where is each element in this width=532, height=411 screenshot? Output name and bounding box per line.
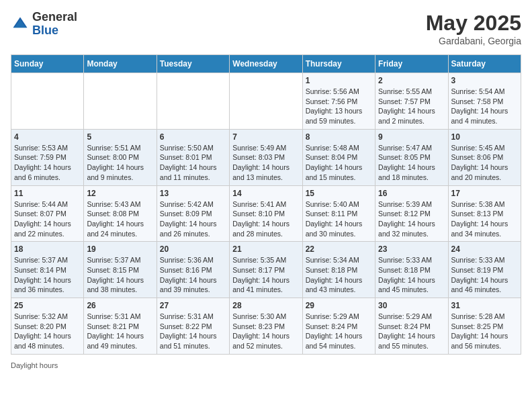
footer: Daylight hours: [11, 361, 521, 369]
day-of-week-header: Thursday: [302, 55, 375, 73]
day-info: Sunrise: 5:29 AMSunset: 8:24 PMDaylight:…: [378, 312, 445, 351]
calendar-day-cell: [84, 73, 157, 130]
calendar-day-cell: 15Sunrise: 5:40 AMSunset: 8:11 PMDayligh…: [302, 185, 375, 242]
calendar-day-cell: [230, 73, 302, 130]
day-info: Sunrise: 5:33 AMSunset: 8:19 PMDaylight:…: [451, 255, 518, 295]
calendar-day-cell: 9Sunrise: 5:47 AMSunset: 8:05 PMDaylight…: [375, 129, 448, 185]
day-info: Sunrise: 5:54 AMSunset: 7:58 PMDaylight:…: [451, 87, 518, 126]
calendar-week-row: 25Sunrise: 5:32 AMSunset: 8:20 PMDayligh…: [11, 298, 521, 355]
day-number: 2: [378, 76, 445, 85]
day-number: 23: [378, 244, 445, 254]
day-info: Sunrise: 5:34 AMSunset: 8:18 PMDaylight:…: [306, 255, 372, 295]
day-info: Sunrise: 5:36 AMSunset: 8:16 PMDaylight:…: [160, 255, 226, 295]
calendar-day-cell: 16Sunrise: 5:39 AMSunset: 8:12 PMDayligh…: [375, 185, 448, 242]
day-info: Sunrise: 5:53 AMSunset: 7:59 PMDaylight:…: [14, 143, 81, 183]
day-info: Sunrise: 5:43 AMSunset: 8:08 PMDaylight:…: [87, 199, 153, 239]
day-number: 31: [451, 301, 518, 310]
day-number: 28: [232, 301, 299, 310]
day-of-week-header: Saturday: [448, 55, 521, 73]
day-info: Sunrise: 5:48 AMSunset: 8:04 PMDaylight:…: [306, 143, 372, 183]
day-of-week-header: Friday: [375, 55, 448, 73]
calendar-day-cell: 21Sunrise: 5:35 AMSunset: 8:17 PMDayligh…: [230, 242, 302, 298]
calendar-day-cell: 7Sunrise: 5:49 AMSunset: 8:03 PMDaylight…: [230, 129, 302, 185]
day-number: 21: [232, 244, 299, 254]
calendar-day-cell: 10Sunrise: 5:45 AMSunset: 8:06 PMDayligh…: [448, 129, 521, 185]
logo: General Blue: [11, 11, 77, 38]
day-number: 25: [14, 301, 81, 310]
calendar-day-cell: 8Sunrise: 5:48 AMSunset: 8:04 PMDaylight…: [302, 129, 375, 185]
calendar-day-cell: 2Sunrise: 5:55 AMSunset: 7:57 PMDaylight…: [375, 73, 448, 130]
day-number: 12: [87, 189, 153, 198]
day-number: 29: [306, 301, 372, 310]
day-number: 7: [232, 132, 299, 142]
calendar-day-cell: 30Sunrise: 5:29 AMSunset: 8:24 PMDayligh…: [375, 298, 448, 355]
day-info: Sunrise: 5:33 AMSunset: 8:18 PMDaylight:…: [378, 255, 445, 295]
title-block: May 2025 Gardabani, Georgia: [426, 11, 521, 46]
day-number: 5: [87, 132, 153, 142]
calendar-header-row: SundayMondayTuesdayWednesdayThursdayFrid…: [11, 55, 521, 73]
calendar-day-cell: 1Sunrise: 5:56 AMSunset: 7:56 PMDaylight…: [302, 73, 375, 130]
calendar-day-cell: [157, 73, 229, 130]
day-info: Sunrise: 5:49 AMSunset: 8:03 PMDaylight:…: [232, 143, 299, 183]
day-info: Sunrise: 5:31 AMSunset: 8:21 PMDaylight:…: [87, 312, 153, 351]
day-info: Sunrise: 5:35 AMSunset: 8:17 PMDaylight:…: [232, 255, 299, 295]
calendar-day-cell: 31Sunrise: 5:28 AMSunset: 8:25 PMDayligh…: [448, 298, 521, 355]
day-of-week-header: Monday: [84, 55, 157, 73]
day-number: 19: [87, 244, 153, 254]
calendar-day-cell: 27Sunrise: 5:31 AMSunset: 8:22 PMDayligh…: [157, 298, 229, 355]
day-number: 13: [160, 189, 226, 198]
day-number: 20: [160, 244, 226, 254]
calendar-day-cell: 13Sunrise: 5:42 AMSunset: 8:09 PMDayligh…: [157, 185, 229, 242]
day-info: Sunrise: 5:40 AMSunset: 8:11 PMDaylight:…: [306, 199, 372, 239]
day-info: Sunrise: 5:51 AMSunset: 8:00 PMDaylight:…: [87, 143, 153, 183]
day-info: Sunrise: 5:55 AMSunset: 7:57 PMDaylight:…: [378, 87, 445, 126]
calendar-table: SundayMondayTuesdayWednesdayThursdayFrid…: [11, 54, 521, 355]
day-number: 14: [232, 189, 299, 198]
calendar-title: May 2025: [426, 11, 521, 36]
day-number: 3: [451, 76, 518, 85]
calendar-day-cell: 14Sunrise: 5:41 AMSunset: 8:10 PMDayligh…: [230, 185, 302, 242]
day-number: 15: [306, 189, 372, 198]
calendar-day-cell: 18Sunrise: 5:37 AMSunset: 8:14 PMDayligh…: [11, 242, 84, 298]
calendar-week-row: 1Sunrise: 5:56 AMSunset: 7:56 PMDaylight…: [11, 73, 521, 130]
day-info: Sunrise: 5:45 AMSunset: 8:06 PMDaylight:…: [451, 143, 518, 183]
day-number: 24: [451, 244, 518, 254]
calendar-day-cell: 24Sunrise: 5:33 AMSunset: 8:19 PMDayligh…: [448, 242, 521, 298]
calendar-location: Gardabani, Georgia: [426, 36, 521, 46]
day-info: Sunrise: 5:50 AMSunset: 8:01 PMDaylight:…: [160, 143, 226, 183]
calendar-day-cell: 29Sunrise: 5:29 AMSunset: 8:24 PMDayligh…: [302, 298, 375, 355]
day-number: 9: [378, 132, 445, 142]
day-info: Sunrise: 5:31 AMSunset: 8:22 PMDaylight:…: [160, 312, 226, 351]
day-number: 30: [378, 301, 445, 310]
calendar-day-cell: 5Sunrise: 5:51 AMSunset: 8:00 PMDaylight…: [84, 129, 157, 185]
calendar-day-cell: [11, 73, 84, 130]
calendar-day-cell: 23Sunrise: 5:33 AMSunset: 8:18 PMDayligh…: [375, 242, 448, 298]
footer-label: Daylight hours: [11, 361, 58, 369]
calendar-day-cell: 17Sunrise: 5:38 AMSunset: 8:13 PMDayligh…: [448, 185, 521, 242]
logo-general-text: General: [32, 11, 77, 24]
day-number: 17: [451, 189, 518, 198]
day-number: 27: [160, 301, 226, 310]
calendar-week-row: 4Sunrise: 5:53 AMSunset: 7:59 PMDaylight…: [11, 129, 521, 185]
logo-icon: [11, 15, 30, 34]
day-number: 6: [160, 132, 226, 142]
day-number: 4: [14, 132, 81, 142]
day-info: Sunrise: 5:42 AMSunset: 8:09 PMDaylight:…: [160, 199, 226, 239]
calendar-day-cell: 4Sunrise: 5:53 AMSunset: 7:59 PMDaylight…: [11, 129, 84, 185]
day-number: 1: [306, 76, 372, 85]
day-info: Sunrise: 5:30 AMSunset: 8:23 PMDaylight:…: [232, 312, 299, 351]
day-info: Sunrise: 5:37 AMSunset: 8:15 PMDaylight:…: [87, 255, 153, 295]
calendar-day-cell: 25Sunrise: 5:32 AMSunset: 8:20 PMDayligh…: [11, 298, 84, 355]
logo-text: General Blue: [32, 11, 77, 38]
day-info: Sunrise: 5:29 AMSunset: 8:24 PMDaylight:…: [306, 312, 372, 351]
day-number: 11: [14, 189, 81, 198]
calendar-day-cell: 28Sunrise: 5:30 AMSunset: 8:23 PMDayligh…: [230, 298, 302, 355]
day-of-week-header: Tuesday: [157, 55, 229, 73]
calendar-day-cell: 11Sunrise: 5:44 AMSunset: 8:07 PMDayligh…: [11, 185, 84, 242]
calendar-day-cell: 22Sunrise: 5:34 AMSunset: 8:18 PMDayligh…: [302, 242, 375, 298]
day-number: 22: [306, 244, 372, 254]
day-info: Sunrise: 5:56 AMSunset: 7:56 PMDaylight:…: [306, 87, 372, 126]
day-info: Sunrise: 5:41 AMSunset: 8:10 PMDaylight:…: [232, 199, 299, 239]
day-info: Sunrise: 5:39 AMSunset: 8:12 PMDaylight:…: [378, 199, 445, 239]
calendar-day-cell: 19Sunrise: 5:37 AMSunset: 8:15 PMDayligh…: [84, 242, 157, 298]
